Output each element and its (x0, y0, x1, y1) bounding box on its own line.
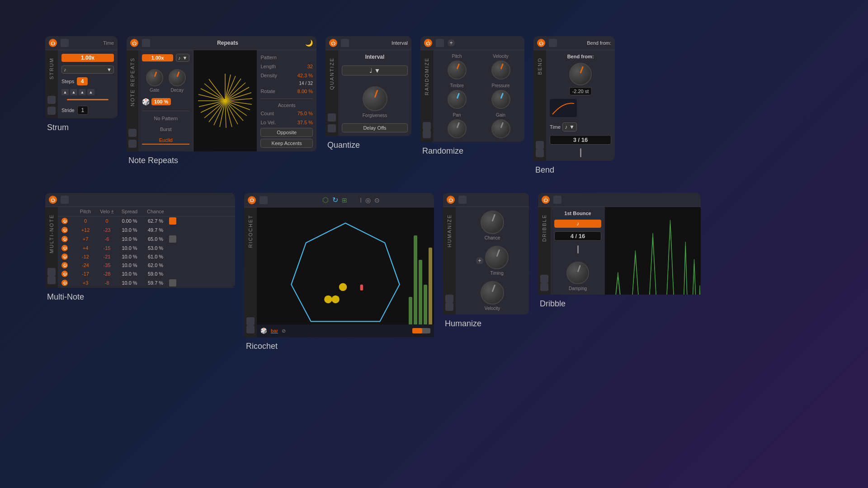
strum-arrow-up1[interactable]: ▲ (61, 89, 69, 95)
mn-spread-5: 10.0 % (117, 263, 142, 268)
q-interval-value: ♩ (369, 67, 373, 74)
rico-dice-icon: 🎲 (260, 328, 267, 334)
mn-velo-6: -28 (97, 271, 117, 277)
rand-gain-knob[interactable] (491, 119, 510, 138)
drib-damping-label: Damping (569, 286, 587, 291)
nr-euclid-btn[interactable]: Euclid (142, 136, 189, 145)
bend-time-value[interactable]: 3 / 16 (550, 135, 611, 145)
strum-arrow-up3[interactable]: ▲ (79, 89, 86, 95)
rand-power-button[interactable]: ⏻ (424, 39, 432, 47)
hum-timing-plus[interactable]: + (476, 257, 483, 264)
mn-chance-3: 53.0 % (142, 245, 169, 251)
rand-timbre-knob[interactable] (448, 90, 467, 109)
bend-main-knob[interactable] (569, 63, 592, 85)
rico-power-button[interactable]: ⏻ (248, 196, 256, 204)
nr-note-icon: ♪ (178, 55, 181, 61)
rand-timbre-label: Timbre (450, 83, 464, 88)
mn-row-power-3[interactable]: ⏻ (61, 245, 68, 251)
mn-spread-2: 10.0 % (117, 236, 142, 242)
hum-chance-knob[interactable] (481, 211, 504, 234)
strum-note-dropdown[interactable]: ♪ ▼ (61, 66, 114, 74)
drib-damping-knob[interactable] (566, 262, 589, 284)
mn-row-power-7[interactable]: ⏻ (61, 280, 68, 286)
strum-sidebar-icon (47, 96, 56, 104)
mn-power-button[interactable]: ⏻ (49, 196, 57, 204)
q-interval-header: Interval (353, 40, 408, 46)
hum-preset-icon (458, 196, 467, 204)
mn-col-velo: Velo ± (97, 209, 117, 214)
mn-row-6: ⏻ -17 -28 10.0 % 59.0 % (58, 270, 235, 278)
drib-power-button[interactable]: ⏻ (542, 196, 550, 204)
mn-row-power-1[interactable]: ⏻ (61, 227, 68, 233)
mn-swatch-0 (169, 217, 176, 225)
strum-time-value[interactable]: 1.00x (61, 54, 114, 62)
rico-polygon-icon[interactable]: ⬡ (322, 196, 329, 204)
strum-vert-label: STRUM (49, 54, 54, 83)
hum-power-button[interactable]: ⏻ (447, 196, 455, 204)
strum-arrow-up2[interactable]: ▲ (70, 89, 77, 95)
mn-swatch-7 (169, 279, 176, 286)
mn-spread-4: 10.0 % (117, 254, 142, 259)
strum-steps-value[interactable]: 4 (77, 77, 88, 85)
bend-value: -2.20 st (569, 87, 592, 95)
q-forgiveness-knob[interactable] (363, 86, 387, 111)
mn-row-power-0[interactable]: ⏻ (61, 218, 68, 224)
nr-percent-value[interactable]: 100 % (151, 98, 171, 105)
nr-burst-btn[interactable]: Burst (142, 126, 189, 133)
mn-col-chance: Chance (142, 209, 169, 214)
nr-power-button[interactable]: ⏻ (130, 39, 138, 47)
rico-icon4[interactable]: ⁞ (360, 197, 362, 204)
strum-stride-value[interactable]: 1 (77, 106, 88, 115)
drib-time-value[interactable]: 4 / 16 (554, 231, 601, 241)
rico-refresh-icon[interactable]: ↻ (332, 196, 338, 204)
nr-opposite-btn[interactable]: Opposite (260, 128, 313, 137)
nr-keep-accents-btn[interactable]: Keep Accents (260, 139, 313, 148)
mn-row-power-4[interactable]: ⏻ (61, 253, 68, 260)
rico-bar-label[interactable]: bar (271, 328, 278, 333)
q-interval-dropdown[interactable]: ♩▼ (342, 66, 408, 75)
nr-no-pattern-btn[interactable]: No Pattern (142, 115, 189, 122)
rand-pitch-knob[interactable] (448, 61, 467, 80)
rico-vert-label: RICOCHET (248, 211, 253, 251)
strum-arrow-up4[interactable]: ▲ (87, 89, 94, 95)
rico-icon5[interactable]: ◎ (365, 197, 371, 204)
rand-pan-knob[interactable] (448, 119, 467, 138)
hum-sidebar-icon2 (445, 303, 453, 311)
q-delay-offs-btn[interactable]: Delay Offs (342, 123, 408, 132)
nr-note-dropdown[interactable]: ♪▼ (176, 54, 189, 62)
mn-pitch-1: +12 (74, 227, 97, 233)
rand-velocity-knob[interactable] (491, 61, 510, 80)
bend-time-label: Time (550, 124, 561, 130)
rico-grid-icon[interactable]: ⊞ (342, 197, 347, 204)
rand-plus-btn[interactable]: + (448, 39, 455, 47)
mn-velo-4: -21 (97, 254, 117, 259)
nr-decay-knob[interactable] (169, 69, 186, 86)
bend-power-button[interactable]: ⏻ (537, 39, 545, 47)
strum-note-icon: ♪ (64, 67, 66, 72)
nr-density-sub: 14 / 32 (260, 81, 313, 86)
mn-row-7: ⏻ +3 -8 10.0 % 59.7 % (58, 278, 235, 288)
q-power-button[interactable]: ⏻ (329, 39, 337, 47)
mn-row-1: ⏻ +12 -23 10.0 % 49.7 % (58, 226, 235, 235)
nr-preset-icon (142, 39, 150, 47)
mn-row-power-5[interactable]: ⏻ (61, 262, 68, 268)
bend-sidebar-icon (536, 141, 544, 149)
rico-icon6[interactable]: ⊙ (374, 197, 380, 204)
nr-gate-knob[interactable] (146, 69, 163, 86)
nr-speed-value[interactable]: 1.00x (142, 54, 173, 61)
hum-timing-knob[interactable] (485, 246, 509, 269)
mn-chance-7: 59.7 % (142, 280, 169, 286)
mn-row-power-2[interactable]: ⏻ (61, 236, 68, 242)
nr-decay-label: Decay (171, 88, 184, 93)
strum-power-button[interactable]: ⏻ (49, 39, 57, 47)
mn-row-power-6[interactable]: ⏻ (61, 271, 68, 277)
rand-pressure-knob[interactable] (491, 90, 510, 109)
mn-label: Multi-Note (45, 292, 235, 302)
mn-pitch-6: -17 (74, 271, 97, 277)
bend-note-dropdown[interactable]: ♪▼ (562, 122, 577, 131)
rand-pitch-label: Pitch (452, 54, 462, 59)
nr-accents-label: Accents (260, 103, 313, 108)
drib-note-icon[interactable]: ♪ (554, 220, 601, 228)
hum-velocity-knob[interactable] (481, 281, 504, 305)
strum-sidebar-icon2 (47, 107, 56, 115)
